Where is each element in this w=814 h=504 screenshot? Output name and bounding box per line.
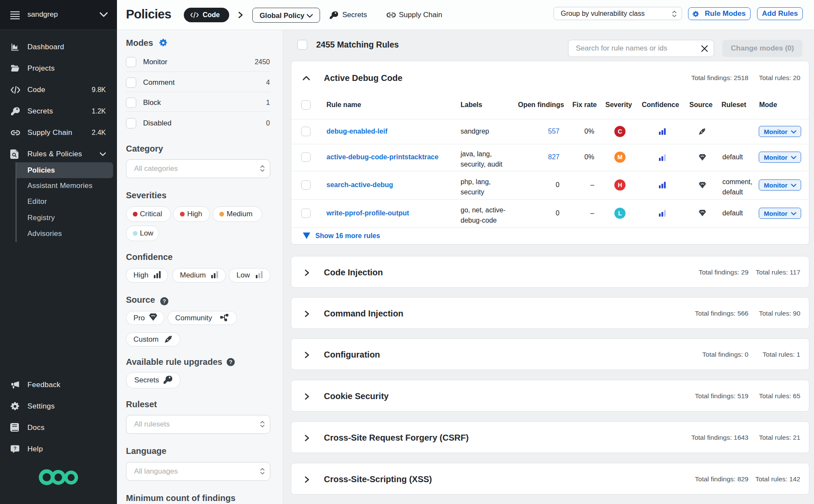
svg-text:?: ?: [14, 446, 17, 451]
svg-text:?: ?: [229, 359, 233, 365]
svg-text:?: ?: [163, 298, 166, 304]
